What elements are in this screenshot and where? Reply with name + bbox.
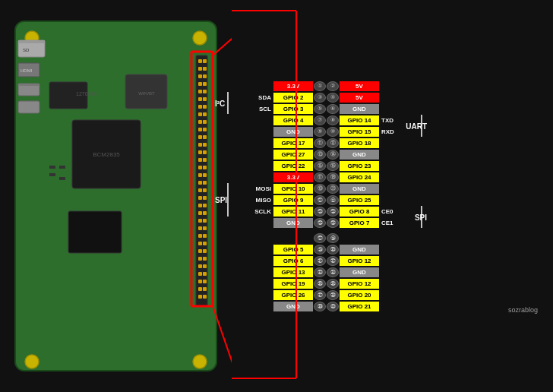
pin-row: MISOGPIO 9㉑㉒GPIO 25: [247, 194, 403, 205]
pin-number-left: ⑮: [314, 161, 326, 171]
pin-number-right: ㉞: [327, 267, 339, 277]
svg-rect-55: [198, 173, 202, 177]
pin-row: GPIO 26㊲㊳GPIO 20: [247, 289, 403, 300]
svg-rect-82: [203, 272, 207, 276]
pin-number-right: ㉔: [327, 207, 339, 217]
svg-rect-46: [203, 135, 207, 139]
svg-rect-41: [198, 120, 202, 124]
svg-rect-6: [18, 40, 45, 43]
svg-rect-31: [198, 82, 202, 86]
svg-rect-25: [198, 59, 202, 63]
svg-rect-58: [203, 181, 207, 185]
svg-rect-54: [203, 166, 207, 169]
svg-rect-18: [68, 211, 122, 253]
pin-left-box: GPIO 26: [273, 290, 313, 300]
svg-rect-65: [198, 211, 202, 215]
pin-number-right: ②: [327, 81, 339, 91]
svg-rect-72: [203, 234, 207, 238]
pin-number-left: ⑪: [314, 138, 326, 148]
pin-right-box: GPIO 14: [340, 115, 379, 125]
pin-row: GND㊴㊵GPIO 21: [247, 301, 403, 311]
pin-number-right: ⑧: [327, 115, 339, 125]
pin-row: GPIO 27⑬⑭GND: [247, 149, 403, 160]
spi-bracket-label: SPI: [215, 196, 227, 204]
pin-row: 3.3V⑰⑱GPIO 24: [247, 172, 403, 182]
svg-rect-43: [198, 128, 202, 131]
svg-rect-0: [15, 21, 216, 371]
svg-rect-75: [198, 249, 202, 253]
pin-row: GND㉕㉖GPIO 7CE1: [247, 217, 403, 228]
i²c-bracket-label: I²C: [215, 99, 225, 107]
pin-left-label: MOSI: [247, 185, 273, 192]
pin-number-left: ㉙: [314, 245, 326, 254]
pin-right-box: GPIO 24: [340, 172, 379, 182]
pin-right-box: GPIO 23: [340, 161, 379, 171]
svg-rect-86: [203, 287, 207, 291]
svg-rect-51: [198, 158, 202, 162]
svg-rect-27: [198, 67, 202, 71]
pin-right-box: GND: [340, 104, 379, 114]
pin-row: SCLGPIO 3⑤⑥GND: [247, 103, 403, 114]
svg-rect-19: [49, 166, 55, 169]
pin-right-label: TXD: [380, 117, 403, 124]
svg-rect-80: [203, 264, 207, 268]
pin-right-box: GPIO 20: [340, 290, 379, 300]
pin-number-right: ㉚: [327, 245, 339, 254]
pin-number-right: ⑥: [327, 104, 339, 114]
pin-number-right: ㊵: [327, 302, 339, 311]
pin-right-box: GPIO 18: [340, 138, 379, 148]
svg-rect-79: [198, 264, 202, 268]
pin-number-left: ①: [314, 81, 326, 91]
svg-rect-39: [198, 112, 202, 116]
pin-number-right: ㉜: [327, 256, 339, 266]
pin-number-left: ㊲: [314, 290, 326, 300]
pin-left-box: 3.3V: [273, 172, 313, 182]
svg-text:SD: SD: [23, 48, 30, 52]
svg-rect-85: [198, 287, 202, 291]
svg-text:1270070: 1270070: [76, 91, 96, 96]
svg-rect-60: [203, 188, 207, 192]
pin-left-box: GND: [273, 302, 313, 311]
pin-number-right: ⑩: [327, 127, 339, 137]
pin-number-right: ㉖: [327, 218, 339, 228]
pin-number-left: ㉕: [314, 218, 326, 228]
pin-diagram: 3.3V①②5VSDAGPIO 2③④5VSCLGPIO 3⑤⑥GNDGPIO …: [235, 74, 553, 318]
pin-number-left: ③: [314, 93, 326, 103]
svg-rect-88: [203, 295, 207, 299]
svg-rect-11: [18, 84, 40, 86]
svg-rect-20: [59, 166, 65, 169]
pin-left-box: GPIO 11: [273, 207, 313, 217]
svg-rect-68: [203, 219, 207, 223]
pin-left-box: GPIO 2: [273, 93, 313, 103]
svg-rect-29: [198, 74, 202, 78]
uart-bracket-label: UART: [406, 122, 427, 130]
svg-rect-22: [59, 177, 65, 180]
svg-rect-56: [203, 173, 207, 177]
pin-right-label: CE0: [380, 208, 403, 215]
svg-rect-59: [198, 188, 202, 192]
svg-rect-12: [18, 101, 40, 113]
watermark: sozrablog: [508, 306, 538, 314]
pin-number-left: ㊴: [314, 302, 326, 311]
svg-rect-62: [203, 196, 207, 200]
svg-rect-45: [198, 135, 202, 139]
pin-number-left: ⑰: [314, 172, 326, 182]
pin-left-box: GPIO 4: [273, 115, 313, 125]
pin-row: GPIO 22⑮⑯GPIO 23: [247, 160, 403, 171]
pin-number-right: ⑯: [327, 161, 339, 171]
pin-left-box: GPIO 6: [273, 256, 313, 266]
pin-left-box: GPIO 9: [273, 195, 313, 205]
pin-number-right: ⑳: [327, 184, 339, 194]
pin-row: MOSIGPIO 10⑲⑳GND: [247, 183, 403, 194]
svg-rect-64: [203, 204, 207, 207]
svg-rect-53: [198, 166, 202, 169]
pin-row: SDAGPIO 2③④5V: [247, 92, 403, 103]
pin-number-left: ㉓: [314, 207, 326, 217]
pin-right-box: GND: [340, 184, 379, 194]
pin-row: GPIO 4⑦⑧GPIO 14TXD: [247, 115, 403, 125]
svg-rect-66: [203, 211, 207, 215]
pin-left-box: GPIO 19: [273, 279, 313, 289]
pin-row: GPIO 6㉛㉜GPIO 12: [247, 255, 403, 266]
pin-number-right: ⑫: [327, 138, 339, 148]
svg-rect-44: [203, 128, 207, 131]
